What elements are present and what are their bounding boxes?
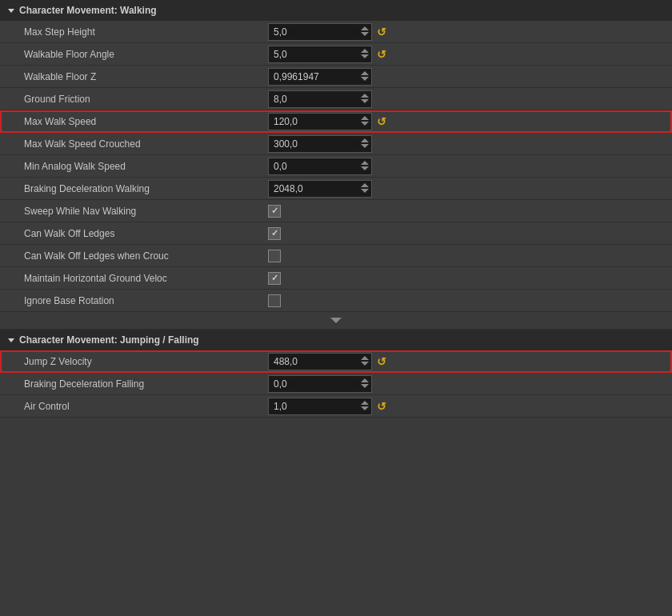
- value-text-min-analog-walk-speed: 0,0: [274, 161, 355, 172]
- checkbox-area-ignore-base-rotation: [268, 294, 281, 307]
- input-braking-decel-falling[interactable]: 0,0: [268, 375, 372, 393]
- input-wrapper-max-walk-speed-crouched: 300,0: [268, 135, 372, 153]
- property-row-walkable-floor-angle: Walkable Floor Angle5,0↺: [0, 43, 672, 66]
- checkbox-can-walk-off-ledges-crouched[interactable]: [268, 250, 281, 262]
- property-label-ignore-base-rotation: Ignore Base Rotation: [0, 292, 268, 310]
- property-label-ground-friction: Ground Friction: [0, 90, 268, 108]
- reset-btn-jump-z-velocity[interactable]: ↺: [375, 354, 388, 370]
- property-row-max-step-height: Max Step Height5,0↺: [0, 21, 672, 43]
- value-text-max-step-height: 5,0: [274, 26, 355, 38]
- property-value-area-max-walk-speed: 120,0↺: [268, 113, 672, 130]
- input-wrapper-jump-z-velocity: 488,0: [268, 353, 372, 370]
- property-value-area-walkable-floor-z: 0,9961947: [268, 68, 672, 86]
- property-row-sweep-while-nav-walking: Sweep While Nav Walking: [0, 200, 672, 222]
- property-row-maintain-horizontal-ground: Maintain Horizontal Ground Veloc: [0, 267, 672, 290]
- checkbox-sweep-while-nav-walking[interactable]: [268, 205, 281, 218]
- property-value-area-max-step-height: 5,0↺: [268, 23, 672, 41]
- input-walkable-floor-z[interactable]: 0,9961947: [268, 68, 372, 86]
- property-value-area-ground-friction: 8,0: [268, 90, 672, 108]
- property-value-area-air-control: 1,0↺: [268, 398, 672, 415]
- property-value-area-can-walk-off-ledges: [268, 227, 672, 240]
- input-ground-friction[interactable]: 8,0: [268, 90, 372, 108]
- section-title-walking: Character Movement: Walking: [19, 5, 157, 16]
- checkbox-ignore-base-rotation[interactable]: [268, 294, 281, 307]
- input-wrapper-max-step-height: 5,0: [268, 23, 372, 41]
- value-text-braking-decel-falling: 0,0: [274, 378, 355, 390]
- input-min-analog-walk-speed[interactable]: 0,0: [268, 158, 372, 175]
- input-wrapper-walkable-floor-angle: 5,0: [268, 46, 372, 63]
- section-title-jumping-falling: Character Movement: Jumping / Falling: [19, 334, 199, 346]
- reset-btn-walkable-floor-angle[interactable]: ↺: [375, 46, 388, 62]
- value-text-walkable-floor-angle: 5,0: [274, 49, 355, 60]
- property-row-max-walk-speed-crouched: Max Walk Speed Crouched300,0: [0, 133, 672, 155]
- property-value-area-can-walk-off-ledges-crouched: [268, 250, 672, 262]
- property-label-maintain-horizontal-ground: Maintain Horizontal Ground Veloc: [0, 270, 268, 287]
- value-text-jump-z-velocity: 488,0: [274, 356, 355, 367]
- input-braking-decel-walking[interactable]: 2048,0: [268, 180, 372, 198]
- property-label-air-control: Air Control: [0, 398, 268, 415]
- checkbox-area-can-walk-off-ledges: [268, 227, 281, 240]
- section-divider: [0, 312, 672, 330]
- input-wrapper-air-control: 1,0: [268, 398, 372, 415]
- property-row-can-walk-off-ledges: Can Walk Off Ledges: [0, 222, 672, 245]
- input-wrapper-braking-decel-walking: 2048,0: [268, 180, 372, 198]
- input-wrapper-braking-decel-falling: 0,0: [268, 375, 372, 393]
- property-row-ground-friction: Ground Friction8,0: [0, 88, 672, 110]
- input-max-walk-speed-crouched[interactable]: 300,0: [268, 135, 372, 153]
- property-row-braking-decel-falling: Braking Deceleration Falling0,0: [0, 373, 672, 395]
- property-row-air-control: Air Control1,0↺: [0, 395, 672, 418]
- property-value-area-max-walk-speed-crouched: 300,0: [268, 135, 672, 153]
- property-value-area-ignore-base-rotation: [268, 294, 672, 307]
- section-header-walking[interactable]: Character Movement: Walking: [0, 0, 672, 21]
- checkbox-area-maintain-horizontal-ground: [268, 272, 281, 285]
- property-row-braking-decel-walking: Braking Deceleration Walking2048,0: [0, 178, 672, 200]
- property-label-max-walk-speed-crouched: Max Walk Speed Crouched: [0, 135, 268, 153]
- reset-btn-max-step-height[interactable]: ↺: [375, 24, 388, 40]
- input-wrapper-ground-friction: 8,0: [268, 90, 372, 108]
- properties-panel: Character Movement: Walking Max Step Hei…: [0, 0, 672, 418]
- value-text-ground-friction: 8,0: [274, 94, 355, 105]
- value-text-max-walk-speed-crouched: 300,0: [274, 138, 355, 150]
- checkbox-can-walk-off-ledges[interactable]: [268, 227, 281, 240]
- checkbox-maintain-horizontal-ground[interactable]: [268, 272, 281, 285]
- input-walkable-floor-angle[interactable]: 5,0: [268, 46, 372, 63]
- input-max-step-height[interactable]: 5,0: [268, 23, 372, 41]
- property-label-walkable-floor-z: Walkable Floor Z: [0, 68, 268, 86]
- property-label-min-analog-walk-speed: Min Analog Walk Speed: [0, 158, 268, 175]
- property-label-sweep-while-nav-walking: Sweep While Nav Walking: [0, 202, 268, 220]
- reset-btn-air-control[interactable]: ↺: [375, 398, 388, 414]
- reset-btn-max-walk-speed[interactable]: ↺: [375, 114, 388, 130]
- property-label-braking-decel-falling: Braking Deceleration Falling: [0, 375, 268, 393]
- input-jump-z-velocity[interactable]: 488,0: [268, 353, 372, 370]
- property-value-area-sweep-while-nav-walking: [268, 205, 672, 218]
- property-value-area-walkable-floor-angle: 5,0↺: [268, 46, 672, 63]
- property-label-can-walk-off-ledges-crouched: Can Walk Off Ledges when Crouc: [0, 247, 268, 265]
- property-label-max-walk-speed: Max Walk Speed: [0, 113, 268, 130]
- property-value-area-min-analog-walk-speed: 0,0: [268, 158, 672, 175]
- property-label-jump-z-velocity: Jump Z Velocity: [0, 353, 268, 370]
- property-label-braking-decel-walking: Braking Deceleration Walking: [0, 180, 268, 198]
- divider-arrow-icon: [330, 318, 342, 323]
- input-wrapper-max-walk-speed: 120,0: [268, 113, 372, 130]
- input-air-control[interactable]: 1,0: [268, 398, 372, 415]
- collapse-triangle-jumping-falling: [8, 338, 14, 342]
- property-row-can-walk-off-ledges-crouched: Can Walk Off Ledges when Crouc: [0, 245, 672, 267]
- property-value-area-braking-decel-walking: 2048,0: [268, 180, 672, 198]
- property-label-max-step-height: Max Step Height: [0, 23, 268, 41]
- input-max-walk-speed[interactable]: 120,0: [268, 113, 372, 130]
- property-label-walkable-floor-angle: Walkable Floor Angle: [0, 46, 268, 63]
- property-value-area-braking-decel-falling: 0,0: [268, 375, 672, 393]
- property-row-jump-z-velocity: Jump Z Velocity488,0↺: [0, 350, 672, 373]
- property-value-area-maintain-horizontal-ground: [268, 272, 672, 285]
- property-row-max-walk-speed: Max Walk Speed120,0↺: [0, 110, 672, 133]
- property-label-can-walk-off-ledges: Can Walk Off Ledges: [0, 225, 268, 242]
- checkbox-area-sweep-while-nav-walking: [268, 205, 281, 218]
- value-text-air-control: 1,0: [274, 401, 355, 412]
- property-value-area-jump-z-velocity: 488,0↺: [268, 353, 672, 370]
- property-row-ignore-base-rotation: Ignore Base Rotation: [0, 290, 672, 312]
- value-text-walkable-floor-z: 0,9961947: [274, 71, 355, 82]
- property-row-walkable-floor-z: Walkable Floor Z0,9961947: [0, 66, 672, 88]
- section-header-jumping-falling[interactable]: Character Movement: Jumping / Falling: [0, 330, 672, 350]
- property-row-min-analog-walk-speed: Min Analog Walk Speed0,0: [0, 155, 672, 178]
- collapse-triangle-walking: [8, 9, 14, 13]
